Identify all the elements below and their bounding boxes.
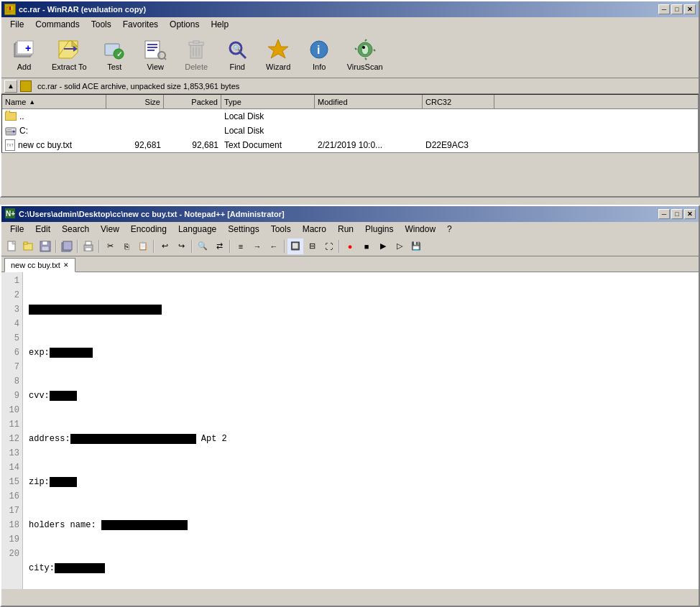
maximize-button[interactable]: □ (671, 4, 683, 14)
toolbar-wizard-button[interactable]: Wizard (259, 34, 298, 75)
col-header-name[interactable]: Name ▲ (2, 95, 106, 108)
col-header-packed[interactable]: Packed (164, 95, 221, 108)
tab-close-button[interactable]: ✕ (63, 261, 69, 269)
menu-options[interactable]: Options (164, 18, 205, 31)
nav-up-button[interactable]: ▲ (4, 80, 17, 93)
npp-redo-button[interactable]: ↪ (173, 238, 189, 254)
npp-menu-file[interactable]: File (4, 223, 29, 236)
svg-rect-45 (24, 242, 27, 244)
toolbar-test-button[interactable]: ✓ Test (95, 34, 134, 75)
toolbar-add-label: Add (17, 62, 32, 71)
npp-macro-play-button[interactable]: ▶ (375, 238, 391, 254)
file-packed-up (164, 116, 221, 117)
file-row-txt[interactable]: TXT new cc buy.txt 92,681 92,681 Text Do… (2, 138, 698, 152)
toolbar-find-label: Find (230, 62, 245, 71)
svg-point-35 (362, 46, 365, 49)
toolbar-extract-button[interactable]: Extract To (45, 34, 93, 75)
file-type-c: Local Disk (221, 125, 315, 136)
col-header-modified[interactable]: Modified (315, 95, 423, 108)
npp-macro-run-button[interactable]: ▷ (392, 238, 407, 254)
winrar-window: cc.rar - WinRAR (evaluation copy) ─ □ ✕ … (0, 0, 700, 198)
toolbar-view-label: View (147, 62, 164, 71)
npp-saveall-button[interactable] (59, 238, 75, 254)
svg-rect-50 (63, 241, 72, 250)
winrar-file-list: Name ▲ Size Packed Type Modified CRC32 (1, 94, 699, 153)
npp-close-button[interactable]: ✕ (684, 209, 696, 219)
npp-menu-settings[interactable]: Settings (222, 223, 264, 236)
toolbar-virusscan-button[interactable]: VirusScan (341, 34, 390, 75)
toolbar-find-button[interactable]: 🔍 Find (218, 34, 257, 75)
npp-cut-button[interactable]: ✂ (102, 238, 118, 254)
npp-menu-help[interactable]: ? (441, 223, 458, 236)
npp-print-button[interactable] (80, 238, 96, 254)
npp-wordwrap-button[interactable]: ≡ (233, 238, 249, 254)
notepad-app-icon: N+ (4, 208, 16, 221)
npp-maximize-button[interactable]: □ (671, 209, 683, 219)
npp-macro-stop-button[interactable]: ■ (359, 238, 374, 254)
npp-menu-plugins[interactable]: Plugins (359, 223, 399, 236)
tb-sep-4 (153, 240, 155, 253)
notepad-title: C:\Users\admin\Desktop\cc\new cc buy.txt… (19, 210, 285, 218)
npp-menu-language[interactable]: Language (172, 223, 222, 236)
col-header-crc[interactable]: CRC32 (423, 95, 494, 108)
menu-tools[interactable]: Tools (86, 18, 117, 31)
winrar-title: cc.rar - WinRAR (evaluation copy) (19, 5, 146, 14)
npp-menu-run[interactable]: Run (332, 223, 359, 236)
npp-find-button[interactable]: 🔍 (195, 238, 211, 254)
npp-macro-rec-button[interactable]: ● (342, 238, 358, 254)
npp-paste-button[interactable]: 📋 (135, 238, 151, 254)
file-size-txt: 92,681 (106, 139, 164, 151)
npp-fullscreen-button[interactable]: ⛶ (321, 238, 336, 254)
npp-undo-button[interactable]: ↩ (157, 238, 172, 254)
menu-commands[interactable]: Commands (29, 18, 85, 31)
npp-menu-edit[interactable]: Edit (29, 223, 56, 236)
close-button[interactable]: ✕ (684, 4, 696, 14)
toolbar-view-button[interactable]: View (136, 34, 175, 75)
file-row-up[interactable]: .. Local Disk (2, 109, 698, 124)
svg-rect-18 (147, 50, 155, 51)
minimize-button[interactable]: ─ (658, 4, 670, 14)
notepad-window: N+ C:\Users\admin\Desktop\cc\new cc buy.… (0, 205, 700, 607)
npp-menu-window[interactable]: Window (399, 223, 441, 236)
npp-open-button[interactable] (21, 238, 37, 254)
npp-menu-search[interactable]: Search (56, 223, 95, 236)
menu-favorites[interactable]: Favorites (117, 18, 164, 31)
toolbar-info-button[interactable]: i Info (300, 34, 339, 75)
npp-menu-macro[interactable]: Macro (297, 223, 332, 236)
file-row-c[interactable]: C: Local Disk (2, 124, 698, 138)
file-name-c: C: (2, 124, 106, 137)
npp-macro-save-button[interactable]: 💾 (408, 238, 424, 254)
npp-new-button[interactable] (4, 238, 20, 254)
npp-copy-button[interactable]: ⎘ (119, 238, 134, 254)
col-header-size[interactable]: Size (106, 95, 164, 108)
file-size-up (106, 116, 164, 117)
npp-replace-button[interactable]: ⇄ (211, 238, 227, 254)
editor-content[interactable]: exp: cvv: address: Apt 2 zip: holders na… (23, 272, 699, 589)
npp-zoom-out-button[interactable]: ⊟ (304, 238, 320, 254)
find-icon: 🔍 (226, 38, 249, 61)
toolbar-add-button[interactable]: + Add (4, 34, 44, 75)
wizard-icon (267, 38, 290, 61)
view-icon (144, 38, 167, 61)
npp-zoom-in-button[interactable]: 🔲 (287, 238, 303, 254)
col-header-type[interactable]: Type (221, 95, 315, 108)
npp-minimize-button[interactable]: ─ (658, 209, 670, 219)
npp-outdent-button[interactable]: ← (266, 238, 282, 254)
tb-sep-6 (229, 240, 231, 253)
npp-menu-view[interactable]: View (95, 223, 125, 236)
npp-indent-button[interactable]: → (249, 238, 265, 254)
tab-new-cc-buy[interactable]: new cc buy.txt ✕ (4, 258, 75, 272)
menu-help[interactable]: Help (205, 18, 234, 31)
line-5: zip: (29, 475, 693, 489)
npp-menu-tools[interactable]: Tools (265, 223, 297, 236)
file-crc-txt: D22E9AC3 (423, 139, 494, 151)
npp-save-button[interactable] (37, 238, 53, 254)
editor-area[interactable]: 1 2 3 4 5 6 7 8 9 10 11 12 13 14 15 16 1… (1, 272, 699, 589)
toolbar-delete-label: Delete (185, 62, 208, 71)
menu-file[interactable]: File (4, 18, 29, 31)
file-list-header: Name ▲ Size Packed Type Modified CRC32 (2, 95, 698, 109)
line-3: cvv: (29, 389, 693, 403)
notepad-menu-bar: File Edit Search View Encoding Language … (1, 222, 699, 236)
svg-rect-23 (193, 41, 199, 43)
npp-menu-encoding[interactable]: Encoding (125, 223, 172, 236)
